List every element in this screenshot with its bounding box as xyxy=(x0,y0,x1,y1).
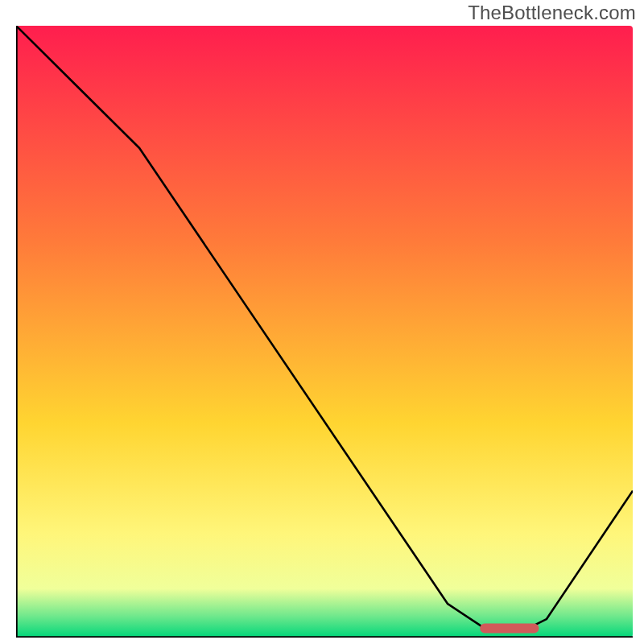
chart-figure: TheBottleneck.com xyxy=(0,0,644,644)
plot-svg xyxy=(16,26,633,638)
plot-area xyxy=(16,26,633,638)
watermark-text: TheBottleneck.com xyxy=(468,2,636,24)
